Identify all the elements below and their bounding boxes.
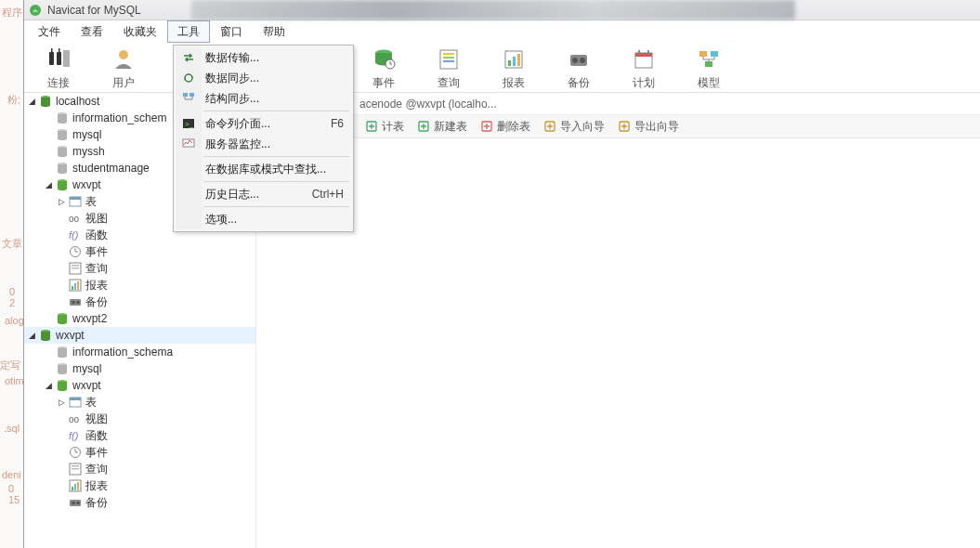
tree-node-事件[interactable]: 事件 (24, 243, 255, 260)
tree-label: 表 (85, 395, 97, 411)
func-icon (67, 228, 84, 241)
gutter-text: otim (5, 375, 24, 386)
query-small-icon (67, 262, 84, 275)
menu-窗口[interactable]: 窗口 (210, 20, 253, 43)
menu-item-选项[interactable]: 选项... (176, 209, 351, 229)
chevron-down-icon[interactable]: ◢ (26, 331, 37, 340)
monitor-icon (181, 137, 196, 151)
menu-文件[interactable]: 文件 (28, 20, 71, 43)
db-icon (54, 128, 71, 141)
action-label: 删除表 (497, 119, 530, 135)
tree-label: wxvpt2 (72, 312, 107, 325)
tree-label: 报表 (85, 478, 108, 494)
toolbar-查询[interactable]: 查询 (416, 45, 481, 91)
toolbar-事件[interactable]: 事件 (351, 45, 416, 91)
chevron-down-icon[interactable]: ◢ (43, 381, 54, 390)
menu-收藏夹[interactable]: 收藏夹 (113, 20, 167, 43)
action-导入向导[interactable]: 导入向导 (543, 119, 605, 135)
menu-item-label: 数据传输... (205, 50, 259, 66)
db-open-icon (54, 379, 71, 392)
backup-small-icon (67, 295, 84, 308)
gutter-text: 粉; (7, 93, 20, 107)
tree-node-mysql[interactable]: mysql (24, 360, 255, 377)
menu-item-历史日志[interactable]: 历史日志...Ctrl+H (176, 184, 351, 204)
tree-node-wxvpt2[interactable]: wxvpt2 (24, 310, 255, 327)
db-icon (54, 362, 71, 375)
tree-node-报表[interactable]: 报表 (24, 277, 255, 294)
menu-item-label: 在数据库或模式中查找... (205, 162, 326, 177)
server-icon (37, 95, 54, 108)
tree-label: 函数 (85, 428, 108, 444)
tree-node-函数[interactable]: 函数 (24, 427, 255, 444)
action-新建表[interactable]: 新建表 (417, 119, 467, 135)
menu-item-在数据库或模式中查找[interactable]: 在数据库或模式中查找... (176, 159, 351, 179)
chevron-down-icon[interactable]: ◢ (26, 97, 37, 106)
view-icon (67, 412, 84, 425)
toolbar-label: 备份 (568, 75, 590, 91)
tree-label: information_schema (72, 346, 173, 359)
toolbar-label: 用户 (112, 75, 135, 91)
tree-label: wxvpt (72, 379, 101, 392)
action-删除表[interactable]: 删除表 (480, 119, 530, 135)
host-page-gutter: 程序 粉; 文章 0 2 alog 定写 otim .sql deni 0 15 (0, 0, 23, 548)
model-icon (697, 45, 721, 74)
tree-label: 查询 (85, 462, 108, 477)
func-icon (67, 429, 84, 442)
app-icon (29, 4, 42, 17)
tree-label: 表 (85, 194, 97, 210)
tree-node-查询[interactable]: 查询 (24, 260, 255, 277)
menu-查看[interactable]: 查看 (71, 20, 113, 43)
sync-icon (181, 71, 196, 85)
table-icon (67, 195, 84, 208)
action-导出向导[interactable]: 导出向导 (618, 119, 679, 135)
gutter-text: alog (5, 315, 24, 326)
chevron-right-icon[interactable]: ▷ (56, 398, 67, 407)
tree-label: 视图 (85, 411, 108, 427)
tree-node-报表[interactable]: 报表 (24, 477, 255, 494)
db-open-icon (54, 312, 71, 325)
chevron-right-icon[interactable]: ▷ (56, 197, 67, 206)
toolbar-用户[interactable]: 用户 (91, 45, 156, 91)
toolbar-计划[interactable]: 计划 (611, 45, 676, 91)
chevron-down-icon[interactable]: ◢ (43, 180, 54, 189)
tree-node-wxvpt[interactable]: ◢wxvpt (24, 377, 255, 394)
tree-node-备份[interactable]: 备份 (24, 494, 255, 511)
menu-shortcut: F6 (331, 117, 344, 130)
gutter-text: 0 2 (9, 286, 23, 308)
toolbar-报表[interactable]: 报表 (481, 45, 546, 91)
db-icon (54, 145, 71, 158)
menu-item-label: 数据同步... (205, 71, 259, 86)
toolbar-模型[interactable]: 模型 (676, 45, 741, 91)
gutter-text: 0 15 (8, 483, 23, 505)
tree-node-事件[interactable]: 事件 (24, 444, 255, 461)
menu-separator (203, 156, 349, 157)
tree-node-备份[interactable]: 备份 (24, 294, 255, 310)
menu-item-结构同步[interactable]: 结构同步... (176, 88, 351, 109)
titlebar[interactable]: Navicat for MySQL (24, 0, 980, 20)
menu-item-数据传输[interactable]: 数据传输... (176, 47, 351, 68)
menu-separator (203, 206, 349, 207)
menu-item-服务器监控[interactable]: 服务器监控... (176, 134, 351, 154)
query-icon (437, 45, 461, 74)
tree-node-information_schema[interactable]: information_schema (24, 344, 255, 360)
menubar: 文件查看收藏夹工具窗口帮助 (24, 20, 980, 43)
db-icon (54, 346, 71, 359)
app-window: Navicat for MySQL 文件查看收藏夹工具窗口帮助 连接用户事件查询… (23, 0, 980, 548)
menu-帮助[interactable]: 帮助 (253, 20, 295, 43)
toolbar-连接[interactable]: 连接 (26, 45, 91, 91)
menu-item-label: 结构同步... (205, 91, 259, 107)
tree-node-wxvpt[interactable]: ◢wxvpt (24, 327, 255, 344)
menu-item-数据同步[interactable]: 数据同步... (176, 68, 351, 88)
toolbar-备份[interactable]: 备份 (546, 45, 611, 91)
struct-sync-icon (181, 91, 196, 106)
menu-item-命令列介面[interactable]: 命令列介面...F6 (176, 113, 351, 134)
action-计表[interactable]: 计表 (365, 119, 404, 135)
tree-label: 报表 (85, 278, 108, 294)
tree-label: 事件 (85, 445, 108, 461)
menu-separator (203, 181, 349, 182)
tree-node-视图[interactable]: 视图 (24, 411, 255, 427)
menu-工具[interactable]: 工具 (167, 20, 210, 43)
tree-label: localhost (56, 95, 99, 108)
tree-node-表[interactable]: ▷表 (24, 394, 255, 411)
tree-node-查询[interactable]: 查询 (24, 461, 255, 477)
